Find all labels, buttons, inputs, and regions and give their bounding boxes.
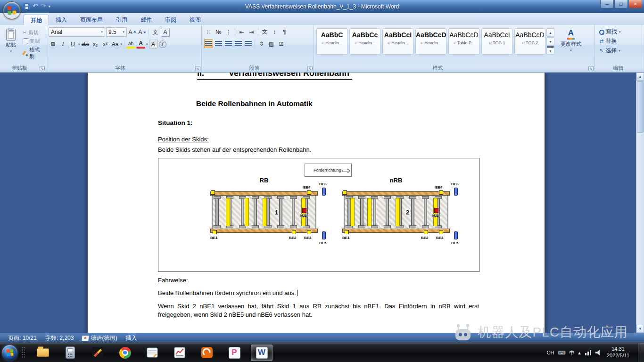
font-color-button[interactable]: A <box>136 40 145 49</box>
paragraph-dialog-launcher[interactable]: ⇘ <box>307 66 313 71</box>
style-item-heading1[interactable]: AaBbC ↵Headin... <box>316 28 347 55</box>
vertical-scrollbar[interactable]: ▲ ▼ <box>636 73 644 333</box>
clock[interactable]: 14:31 2022/5/11 <box>607 346 629 359</box>
asian-layout-button[interactable]: 文 <box>260 27 269 36</box>
styles-dialog-launcher[interactable]: ⇘ <box>588 66 594 71</box>
office-button[interactable] <box>3 1 21 19</box>
distribute-button[interactable] <box>244 39 253 48</box>
hidden-icons-button[interactable]: ▴ <box>578 350 581 356</box>
style-scroll-down-button[interactable]: ▼ <box>546 37 554 46</box>
insert-mode-indicator[interactable]: 插入 <box>121 334 141 342</box>
tab-insert[interactable]: 插入 <box>49 15 74 25</box>
maximize-button[interactable]: □ <box>614 0 628 8</box>
style-item-heading4[interactable]: AaBbCcD ↵Headin... <box>415 28 446 55</box>
bullets-button[interactable]: ∷ <box>204 27 213 36</box>
orange-app-taskbar-button[interactable] <box>196 345 218 361</box>
tab-page-layout[interactable]: 页面布局 <box>74 15 109 25</box>
change-case-button[interactable]: Aa <box>111 40 120 49</box>
replace-button[interactable]: ⇄ 替换 <box>599 37 640 45</box>
character-border-button[interactable]: A <box>161 28 170 37</box>
customize-qat-button[interactable]: ▾ <box>49 4 50 8</box>
font-dialog-launcher[interactable]: ⇘ <box>195 66 200 71</box>
multilevel-list-button[interactable]: ⋮ <box>224 27 233 36</box>
chrome-taskbar-button[interactable] <box>114 345 136 361</box>
style-item-heading3[interactable]: AaBbCcI ↵Headin... <box>382 28 413 55</box>
proofing-status[interactable]: × 德语(德国) <box>78 334 121 342</box>
undo-button[interactable]: ↶ <box>33 2 38 10</box>
save-icon[interactable] <box>24 3 30 9</box>
notes-app-taskbar-button[interactable] <box>141 345 163 361</box>
chevron-down-icon[interactable]: ▾ <box>146 42 148 46</box>
chevron-down-icon[interactable]: ▾ <box>78 42 80 46</box>
start-button[interactable] <box>2 345 17 361</box>
pink-p-app-taskbar-button[interactable]: P <box>223 345 245 361</box>
grow-font-button[interactable]: A <box>128 28 137 37</box>
ime-mode-indicator[interactable]: 中 <box>569 349 574 356</box>
tab-review[interactable]: 审阅 <box>158 15 183 25</box>
tab-mailings[interactable]: 邮件 <box>134 15 158 25</box>
explorer-taskbar-button[interactable] <box>32 345 54 361</box>
style-item-heading2[interactable]: AaBbCc ↵Headin... <box>349 28 380 55</box>
italic-button[interactable]: I <box>58 40 67 49</box>
underline-button[interactable]: U <box>68 40 77 49</box>
word-taskbar-button[interactable]: W <box>251 345 272 361</box>
change-styles-button[interactable]: A 更改样式 ▾ <box>556 26 586 52</box>
decrease-indent-button[interactable]: ⇤ <box>237 27 246 36</box>
bold-button[interactable]: B <box>49 40 58 49</box>
clipboard-dialog-launcher[interactable]: ⇘ <box>40 66 45 71</box>
shading-button[interactable]: ▧ <box>267 39 276 48</box>
highlight-color-button[interactable]: ab <box>126 40 135 49</box>
justify-button[interactable] <box>234 39 243 48</box>
paste-button[interactable]: 粘贴 ▾ <box>1 26 21 65</box>
tab-view[interactable]: 视图 <box>183 15 207 25</box>
sort-button[interactable]: ↕ <box>270 27 279 36</box>
language-ch-indicator[interactable]: CH <box>547 350 554 355</box>
page-indicator[interactable]: 页面: 10/21 <box>4 334 41 342</box>
close-button[interactable]: × <box>628 0 642 8</box>
style-item-table-p[interactable]: AaBbCcD ↵Table P... <box>448 28 479 55</box>
show-marks-button[interactable]: ¶ <box>280 27 289 36</box>
numbering-button[interactable]: № <box>214 27 223 36</box>
style-scroll-up-button[interactable]: ▲ <box>546 28 554 37</box>
align-left-button[interactable] <box>204 39 213 48</box>
volume-icon[interactable] <box>595 350 601 355</box>
subscript-button[interactable]: x₂ <box>91 40 100 49</box>
font-size-combo[interactable]: 9.5 ▾ <box>106 27 127 37</box>
phonetic-guide-button[interactable]: 文 <box>151 28 160 37</box>
strikethrough-button[interactable]: abe <box>81 40 90 49</box>
align-right-button[interactable] <box>224 39 233 48</box>
style-item-toc1[interactable]: AaBbCcI ↵TOC 1 <box>481 28 512 55</box>
show-desktop-button[interactable] <box>638 343 644 362</box>
style-gallery-expand-button[interactable]: ▼ <box>546 46 554 55</box>
redo-button[interactable]: ↷ <box>41 2 46 10</box>
keyboard-icon[interactable]: ⌨ <box>558 350 565 356</box>
chart-app-taskbar-button[interactable] <box>169 345 190 361</box>
word-count[interactable]: 字数: 2,203 <box>41 334 78 342</box>
format-painter-button[interactable]: 格式刷 <box>23 46 44 60</box>
network-icon[interactable] <box>585 350 592 355</box>
find-button[interactable]: 查找 ▾ <box>599 28 640 36</box>
borders-button[interactable]: ⊞ <box>277 39 286 48</box>
chevron-down-icon[interactable]: ▾ <box>121 42 123 46</box>
superscript-button[interactable]: x² <box>101 40 110 49</box>
document-page[interactable]: II. Verfahrensweisen Rollenbahn Beide Ro… <box>88 73 545 333</box>
enclose-characters-button[interactable]: 字 <box>159 41 166 48</box>
scrollbar-thumb[interactable] <box>637 81 644 133</box>
tab-home[interactable]: 开始 <box>24 15 49 25</box>
scroll-down-button[interactable]: ▼ <box>636 325 644 333</box>
design-app-taskbar-button[interactable] <box>87 345 108 361</box>
scroll-up-button[interactable]: ▲ <box>636 73 644 81</box>
cut-button[interactable]: ✂ 剪切 <box>23 29 44 36</box>
line-spacing-button[interactable]: ⇕ <box>257 39 266 48</box>
tab-references[interactable]: 引用 <box>109 15 134 25</box>
align-center-button[interactable] <box>214 39 223 48</box>
character-shading-button[interactable]: A <box>149 40 158 49</box>
minimize-button[interactable]: – <box>600 0 614 8</box>
font-name-combo[interactable]: Arial ▾ <box>49 27 105 37</box>
increase-indent-button[interactable]: ⇥ <box>247 27 256 36</box>
style-item-toc2[interactable]: AaBbCcD ↵TOC 2 <box>514 28 545 55</box>
shrink-font-button[interactable]: A <box>138 28 147 37</box>
copy-button[interactable]: 复制 <box>23 38 44 45</box>
calculator-taskbar-button[interactable] <box>59 345 81 361</box>
select-button[interactable]: ↖ 选择 ▾ <box>599 47 640 55</box>
